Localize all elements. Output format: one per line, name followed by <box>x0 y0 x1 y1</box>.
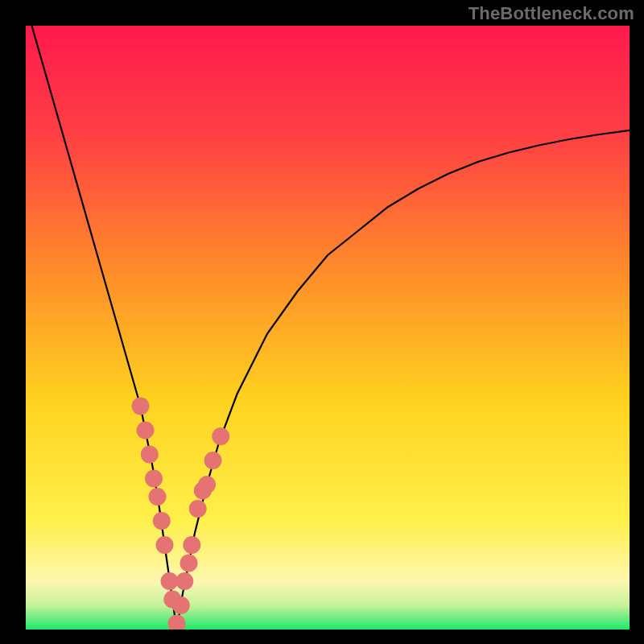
data-marker <box>180 555 198 572</box>
data-marker <box>172 597 190 614</box>
data-marker <box>204 452 222 469</box>
data-marker <box>189 500 207 518</box>
curve-line <box>32 26 630 630</box>
data-marker <box>145 470 163 488</box>
data-marker <box>137 422 155 440</box>
data-markers <box>132 398 230 630</box>
watermark-text: TheBottleneck.com <box>469 3 634 24</box>
data-marker <box>212 427 229 445</box>
data-marker <box>149 488 167 506</box>
chart-frame: TheBottleneck.com <box>0 0 644 644</box>
data-marker <box>168 615 186 630</box>
data-marker <box>141 446 159 464</box>
data-marker <box>183 536 200 554</box>
data-marker <box>198 476 216 493</box>
data-marker <box>175 572 193 590</box>
data-marker <box>153 512 171 530</box>
data-marker <box>161 572 179 590</box>
bottleneck-curve <box>26 26 630 630</box>
data-marker <box>156 536 174 554</box>
data-marker <box>132 398 150 415</box>
plot-area <box>26 26 630 630</box>
